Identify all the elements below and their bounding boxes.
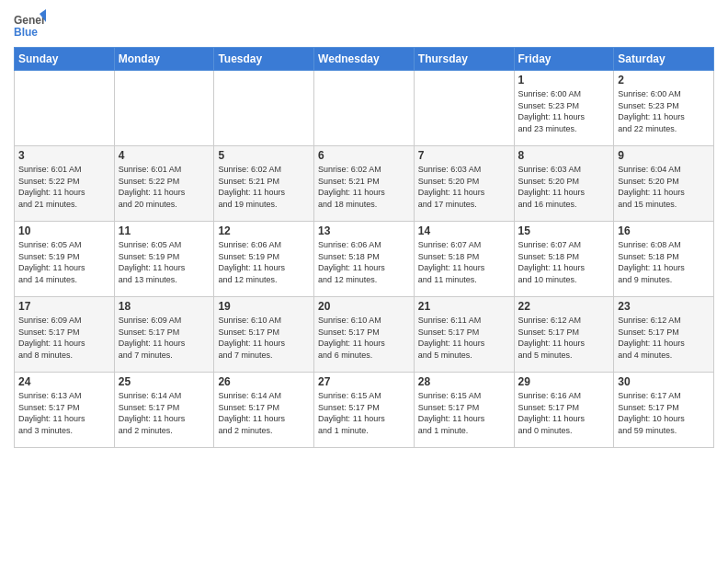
calendar-cell	[314, 71, 415, 146]
day-number: 2	[618, 74, 710, 86]
day-number: 20	[318, 300, 410, 313]
calendar-cell: 18Sunrise: 6:09 AM Sunset: 5:17 PM Dayli…	[114, 297, 214, 373]
day-number: 29	[518, 375, 610, 388]
calendar-cell: 22Sunrise: 6:12 AM Sunset: 5:17 PM Dayli…	[514, 297, 614, 373]
day-number: 19	[218, 300, 310, 313]
calendar-cell	[414, 71, 514, 146]
calendar-cell	[214, 71, 314, 146]
day-info: Sunrise: 6:12 AM Sunset: 5:17 PM Dayligh…	[618, 315, 710, 361]
day-info: Sunrise: 6:00 AM Sunset: 5:23 PM Dayligh…	[518, 88, 610, 134]
day-info: Sunrise: 6:06 AM Sunset: 5:19 PM Dayligh…	[218, 239, 310, 285]
day-header-monday: Monday	[114, 48, 214, 71]
calendar-cell: 3Sunrise: 6:01 AM Sunset: 5:22 PM Daylig…	[15, 146, 115, 222]
day-number: 11	[119, 224, 210, 237]
calendar-cell: 20Sunrise: 6:10 AM Sunset: 5:17 PM Dayli…	[314, 297, 415, 373]
day-number: 18	[119, 300, 210, 313]
day-info: Sunrise: 6:17 AM Sunset: 5:17 PM Dayligh…	[618, 390, 710, 436]
day-info: Sunrise: 6:11 AM Sunset: 5:17 PM Dayligh…	[418, 315, 510, 361]
day-number: 7	[418, 149, 510, 162]
day-info: Sunrise: 6:15 AM Sunset: 5:17 PM Dayligh…	[318, 390, 410, 436]
day-number: 27	[318, 375, 410, 388]
day-info: Sunrise: 6:02 AM Sunset: 5:21 PM Dayligh…	[218, 164, 310, 210]
day-number: 28	[418, 375, 510, 388]
week-row-0: 1Sunrise: 6:00 AM Sunset: 5:23 PM Daylig…	[15, 71, 714, 146]
day-info: Sunrise: 6:06 AM Sunset: 5:18 PM Dayligh…	[318, 239, 410, 285]
day-info: Sunrise: 6:05 AM Sunset: 5:19 PM Dayligh…	[18, 239, 110, 285]
day-number: 3	[18, 149, 110, 162]
day-info: Sunrise: 6:09 AM Sunset: 5:17 PM Dayligh…	[119, 315, 210, 361]
week-row-4: 24Sunrise: 6:13 AM Sunset: 5:17 PM Dayli…	[15, 373, 714, 448]
day-info: Sunrise: 6:10 AM Sunset: 5:17 PM Dayligh…	[218, 315, 310, 361]
day-info: Sunrise: 6:07 AM Sunset: 5:18 PM Dayligh…	[418, 239, 510, 285]
day-info: Sunrise: 6:01 AM Sunset: 5:22 PM Dayligh…	[18, 164, 110, 210]
calendar-cell: 9Sunrise: 6:04 AM Sunset: 5:20 PM Daylig…	[614, 146, 714, 222]
day-number: 5	[218, 149, 310, 162]
calendar-cell	[114, 71, 214, 146]
calendar-cell: 15Sunrise: 6:07 AM Sunset: 5:18 PM Dayli…	[514, 222, 614, 297]
day-info: Sunrise: 6:16 AM Sunset: 5:17 PM Dayligh…	[518, 390, 610, 436]
day-info: Sunrise: 6:12 AM Sunset: 5:17 PM Dayligh…	[518, 315, 610, 361]
calendar-cell: 28Sunrise: 6:15 AM Sunset: 5:17 PM Dayli…	[414, 373, 514, 448]
day-header-friday: Friday	[514, 48, 614, 71]
day-info: Sunrise: 6:13 AM Sunset: 5:17 PM Dayligh…	[18, 390, 110, 436]
day-number: 23	[618, 300, 710, 313]
week-row-2: 10Sunrise: 6:05 AM Sunset: 5:19 PM Dayli…	[15, 222, 714, 297]
day-number: 30	[618, 375, 710, 388]
logo-bird-icon: General Blue	[14, 9, 46, 41]
calendar-cell: 10Sunrise: 6:05 AM Sunset: 5:19 PM Dayli…	[15, 222, 115, 297]
calendar-cell: 8Sunrise: 6:03 AM Sunset: 5:20 PM Daylig…	[514, 146, 614, 222]
day-info: Sunrise: 6:02 AM Sunset: 5:21 PM Dayligh…	[318, 164, 410, 210]
day-number: 13	[318, 224, 410, 237]
day-info: Sunrise: 6:05 AM Sunset: 5:19 PM Dayligh…	[119, 239, 210, 285]
calendar-cell: 29Sunrise: 6:16 AM Sunset: 5:17 PM Dayli…	[514, 373, 614, 448]
calendar-cell: 21Sunrise: 6:11 AM Sunset: 5:17 PM Dayli…	[414, 297, 514, 373]
calendar-cell: 26Sunrise: 6:14 AM Sunset: 5:17 PM Dayli…	[214, 373, 314, 448]
calendar-header-row: SundayMondayTuesdayWednesdayThursdayFrid…	[15, 48, 714, 71]
day-header-thursday: Thursday	[414, 48, 514, 71]
day-info: Sunrise: 6:00 AM Sunset: 5:23 PM Dayligh…	[618, 88, 710, 134]
day-number: 25	[119, 375, 210, 388]
day-info: Sunrise: 6:03 AM Sunset: 5:20 PM Dayligh…	[518, 164, 610, 210]
day-number: 12	[218, 224, 310, 237]
day-info: Sunrise: 6:09 AM Sunset: 5:17 PM Dayligh…	[18, 315, 110, 361]
day-header-wednesday: Wednesday	[314, 48, 415, 71]
svg-text:Blue: Blue	[14, 26, 38, 39]
day-info: Sunrise: 6:14 AM Sunset: 5:17 PM Dayligh…	[218, 390, 310, 436]
week-row-3: 17Sunrise: 6:09 AM Sunset: 5:17 PM Dayli…	[15, 297, 714, 373]
calendar-cell: 17Sunrise: 6:09 AM Sunset: 5:17 PM Dayli…	[15, 297, 115, 373]
day-info: Sunrise: 6:08 AM Sunset: 5:18 PM Dayligh…	[618, 239, 710, 285]
day-number: 4	[119, 149, 210, 162]
day-info: Sunrise: 6:14 AM Sunset: 5:17 PM Dayligh…	[119, 390, 210, 436]
calendar-cell: 12Sunrise: 6:06 AM Sunset: 5:19 PM Dayli…	[214, 222, 314, 297]
calendar-cell: 25Sunrise: 6:14 AM Sunset: 5:17 PM Dayli…	[114, 373, 214, 448]
calendar-cell: 5Sunrise: 6:02 AM Sunset: 5:21 PM Daylig…	[214, 146, 314, 222]
day-header-sunday: Sunday	[15, 48, 115, 71]
calendar-cell: 30Sunrise: 6:17 AM Sunset: 5:17 PM Dayli…	[614, 373, 714, 448]
calendar-cell: 19Sunrise: 6:10 AM Sunset: 5:17 PM Dayli…	[214, 297, 314, 373]
calendar-cell: 4Sunrise: 6:01 AM Sunset: 5:22 PM Daylig…	[114, 146, 214, 222]
day-number: 14	[418, 224, 510, 237]
day-header-saturday: Saturday	[614, 48, 714, 71]
day-number: 6	[318, 149, 410, 162]
day-number: 15	[518, 224, 610, 237]
day-info: Sunrise: 6:15 AM Sunset: 5:17 PM Dayligh…	[418, 390, 510, 436]
day-header-tuesday: Tuesday	[214, 48, 314, 71]
day-info: Sunrise: 6:07 AM Sunset: 5:18 PM Dayligh…	[518, 239, 610, 285]
calendar-cell: 24Sunrise: 6:13 AM Sunset: 5:17 PM Dayli…	[15, 373, 115, 448]
day-info: Sunrise: 6:01 AM Sunset: 5:22 PM Dayligh…	[119, 164, 210, 210]
calendar-table: SundayMondayTuesdayWednesdayThursdayFrid…	[14, 47, 714, 448]
calendar-cell: 7Sunrise: 6:03 AM Sunset: 5:20 PM Daylig…	[414, 146, 514, 222]
day-info: Sunrise: 6:10 AM Sunset: 5:17 PM Dayligh…	[318, 315, 410, 361]
calendar-cell: 2Sunrise: 6:00 AM Sunset: 5:23 PM Daylig…	[614, 71, 714, 146]
calendar-cell: 6Sunrise: 6:02 AM Sunset: 5:21 PM Daylig…	[314, 146, 415, 222]
header: General Blue	[14, 9, 714, 41]
calendar-cell: 16Sunrise: 6:08 AM Sunset: 5:18 PM Dayli…	[614, 222, 714, 297]
day-number: 24	[18, 375, 110, 388]
calendar-cell	[15, 71, 115, 146]
day-number: 21	[418, 300, 510, 313]
calendar-cell: 14Sunrise: 6:07 AM Sunset: 5:18 PM Dayli…	[414, 222, 514, 297]
day-number: 26	[218, 375, 310, 388]
week-row-1: 3Sunrise: 6:01 AM Sunset: 5:22 PM Daylig…	[15, 146, 714, 222]
calendar-cell: 23Sunrise: 6:12 AM Sunset: 5:17 PM Dayli…	[614, 297, 714, 373]
calendar-cell: 1Sunrise: 6:00 AM Sunset: 5:23 PM Daylig…	[514, 71, 614, 146]
